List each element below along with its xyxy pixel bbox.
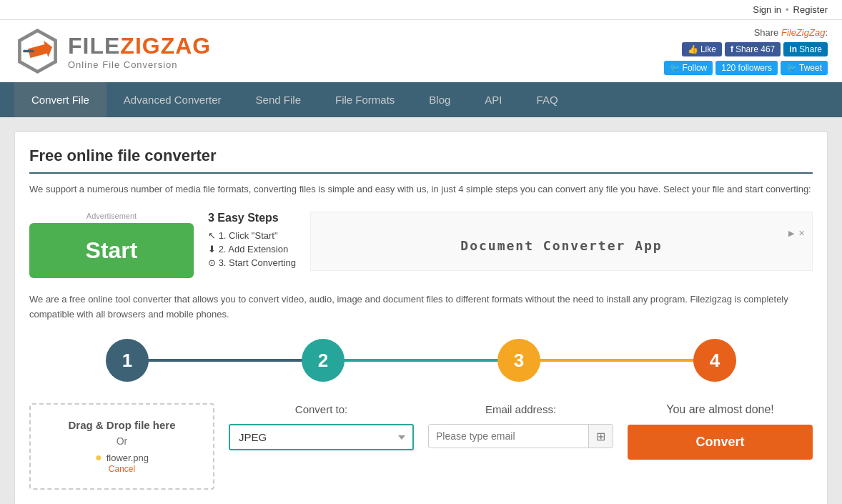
email-options-button[interactable]: ⊞ bbox=[588, 425, 613, 448]
logo-name: FILEZIGZAG bbox=[68, 33, 211, 59]
nav-send-file[interactable]: Send File bbox=[239, 82, 318, 117]
ad-step-2: ⬇ 2. Add Extension bbox=[208, 244, 296, 255]
share-count-label: Share 467 bbox=[735, 44, 775, 54]
step-2: 2 bbox=[225, 339, 421, 382]
file-item: ● flower.png bbox=[95, 451, 149, 464]
download-icon: ⬇ bbox=[208, 244, 216, 255]
file-name: flower.png bbox=[107, 453, 149, 463]
twitter-icon-tweet: 🐦 bbox=[786, 63, 797, 73]
ad-arrow-icon: ▶ bbox=[788, 229, 794, 238]
register-link[interactable]: Register bbox=[793, 4, 828, 15]
email-input[interactable] bbox=[429, 425, 588, 448]
follow-label: Follow bbox=[683, 63, 708, 73]
panel-2-format: Convert to: JPEG PNG PDF MP4 MP3 GIF BMP… bbox=[229, 403, 414, 450]
ad-step-1: ↖ 1. Click "Start" bbox=[208, 230, 296, 241]
ad-steps-title: 3 Easy Steps bbox=[208, 212, 296, 224]
cursor-icon: ↖ bbox=[208, 230, 216, 241]
logo-area: FILEZIGZAG Online File Conversion bbox=[14, 28, 211, 74]
facebook-share-button[interactable]: f Share 467 bbox=[725, 42, 781, 56]
logo-subtitle: Online File Conversion bbox=[68, 59, 211, 70]
ad-left: Advertisement Start bbox=[29, 212, 194, 278]
like-button[interactable]: 👍 Like bbox=[682, 42, 722, 56]
step-4-circle: 4 bbox=[693, 339, 736, 382]
main-content: Free online file converter We support a … bbox=[0, 117, 842, 504]
nav-api[interactable]: API bbox=[467, 82, 519, 117]
header: FILEZIGZAG Online File Conversion Share … bbox=[0, 20, 842, 82]
ad-banner: ▶ ✕ Document Converter App bbox=[310, 212, 813, 271]
twitter-follow-button[interactable]: 🐦 Follow bbox=[664, 61, 713, 75]
panel-4-convert: You are almost done! Convert bbox=[628, 403, 813, 460]
email-input-wrap: ⊞ bbox=[428, 424, 613, 448]
format-select[interactable]: JPEG PNG PDF MP4 MP3 GIF BMP TIFF bbox=[229, 424, 414, 450]
nav-advanced-converter[interactable]: Advanced Converter bbox=[107, 82, 239, 117]
panel-1-upload: Drag & Drop file here Or ● flower.png Ca… bbox=[29, 403, 214, 490]
social-buttons-row2: 🐦 Follow 120 followers 🐦 Tweet bbox=[664, 61, 828, 75]
dropzone-or: Or bbox=[117, 435, 128, 447]
social-label: Share FileZigZag: bbox=[754, 27, 828, 38]
cancel-link[interactable]: Cancel bbox=[109, 464, 135, 474]
followers-label: 120 followers bbox=[721, 63, 772, 73]
ad-banner-title: Document Converter App bbox=[460, 238, 662, 253]
logo-text: FILEZIGZAG Online File Conversion bbox=[68, 33, 211, 70]
content-box: Free online file converter We support a … bbox=[14, 132, 828, 504]
top-bar: Sign in • Register bbox=[0, 0, 842, 20]
ad-section: Advertisement Start 3 Easy Steps ↖ 1. Cl… bbox=[29, 212, 813, 278]
ad-label: Advertisement bbox=[29, 212, 194, 220]
step-3: 3 bbox=[421, 339, 617, 382]
panels-row: Drag & Drop file here Or ● flower.png Ca… bbox=[29, 403, 813, 490]
ad-banner-controls: ▶ ✕ bbox=[318, 229, 805, 238]
check-icon: ⊙ bbox=[208, 257, 216, 268]
logo-name-part1: FILE bbox=[68, 33, 120, 59]
step-3-circle: 3 bbox=[497, 339, 540, 382]
social-buttons-row1: 👍 Like f Share 467 in Share bbox=[682, 42, 828, 56]
ad-close-icon[interactable]: ✕ bbox=[798, 229, 805, 238]
nav-faq[interactable]: FAQ bbox=[520, 82, 575, 117]
linkedin-share-button[interactable]: in Share bbox=[783, 42, 828, 56]
logo-name-part2: ZIGZAG bbox=[120, 33, 211, 59]
separator: • bbox=[786, 4, 789, 15]
secondary-text: We are a free online tool converter that… bbox=[29, 292, 813, 322]
ad-right: 3 Easy Steps ↖ 1. Click "Start" ⬇ 2. Add… bbox=[208, 212, 813, 271]
file-icon: ● bbox=[95, 451, 102, 464]
email-label: Email address: bbox=[485, 403, 556, 415]
step-2-circle: 2 bbox=[302, 339, 345, 382]
social-area: Share FileZigZag: 👍 Like f Share 467 in … bbox=[664, 27, 828, 75]
linkedin-share-label: Share bbox=[799, 44, 822, 54]
steps-row: 1 2 3 4 bbox=[29, 339, 813, 382]
tweet-button[interactable]: 🐦 Tweet bbox=[781, 61, 828, 75]
dropzone[interactable]: Drag & Drop file here Or ● flower.png Ca… bbox=[29, 403, 214, 490]
done-label: You are almost done! bbox=[666, 403, 774, 416]
step-1: 1 bbox=[29, 339, 225, 382]
intro-text: We support a numerous number of media fi… bbox=[29, 182, 813, 197]
followers-button[interactable]: 120 followers bbox=[715, 61, 778, 75]
social-brand: FileZigZag bbox=[781, 27, 825, 38]
navigation: Convert File Advanced Converter Send Fil… bbox=[0, 82, 842, 117]
page-title: Free online file converter bbox=[29, 147, 813, 174]
nav-blog[interactable]: Blog bbox=[412, 82, 467, 117]
facebook-icon: f bbox=[730, 44, 733, 54]
thumbs-up-icon: 👍 bbox=[688, 44, 698, 54]
nav-convert-file[interactable]: Convert File bbox=[14, 82, 107, 117]
logo-icon bbox=[14, 28, 61, 74]
step-4: 4 bbox=[617, 339, 813, 382]
ad-steps: 3 Easy Steps ↖ 1. Click "Start" ⬇ 2. Add… bbox=[208, 212, 296, 271]
convert-button[interactable]: Convert bbox=[628, 425, 813, 460]
step-1-circle: 1 bbox=[106, 339, 149, 382]
dropzone-title: Drag & Drop file here bbox=[68, 419, 175, 431]
nav-file-formats[interactable]: File Formats bbox=[318, 82, 412, 117]
grid-icon: ⊞ bbox=[596, 430, 605, 443]
twitter-icon-follow: 🐦 bbox=[670, 63, 680, 73]
convert-to-label: Convert to: bbox=[295, 403, 347, 415]
linkedin-icon: in bbox=[789, 44, 797, 54]
panel-3-email: Email address: ⊞ bbox=[428, 403, 613, 448]
ad-start-button[interactable]: Start bbox=[29, 223, 194, 278]
like-label: Like bbox=[700, 44, 716, 54]
ad-step-3: ⊙ 3. Start Converting bbox=[208, 257, 296, 268]
tweet-label: Tweet bbox=[799, 63, 822, 73]
signin-link[interactable]: Sign in bbox=[753, 4, 781, 15]
